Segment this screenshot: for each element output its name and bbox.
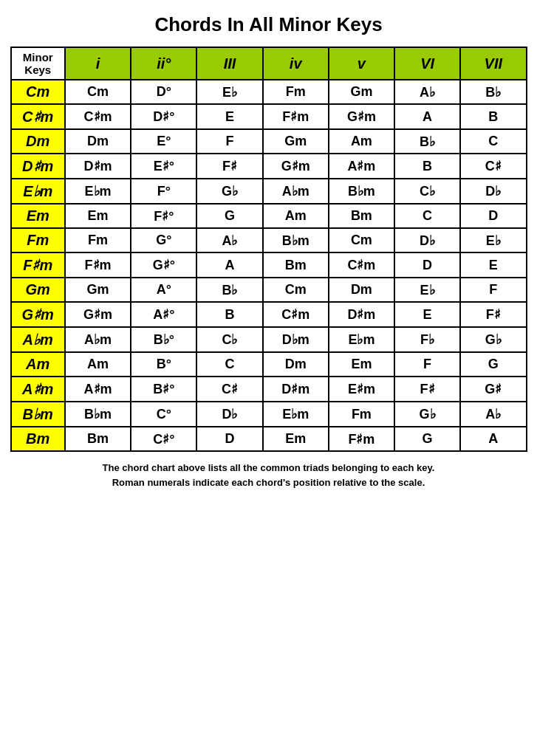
chord-cell: G <box>394 427 460 451</box>
footnote: The chord chart above lists all the comm… <box>103 461 435 489</box>
chord-cell: A♭m <box>263 179 329 204</box>
chord-cell: C♯ <box>460 154 526 179</box>
chord-cell: B♭° <box>131 327 196 352</box>
chord-cell: G♯m <box>329 104 394 129</box>
table-row: DmDmE°FGmAmB♭C <box>11 129 527 154</box>
chord-cell: E <box>196 104 262 129</box>
chord-cell: Fm <box>263 80 329 104</box>
chord-cell: Em <box>65 204 131 228</box>
chord-cell: E♭m <box>263 402 329 427</box>
chord-cell: D♭ <box>394 228 460 252</box>
chord-cell: F♯ <box>460 302 526 327</box>
chord-cell: A♭ <box>394 80 460 104</box>
chord-cell: Fm <box>65 228 131 252</box>
table-row: E♭mE♭mF°G♭A♭mB♭mC♭D♭ <box>11 179 527 204</box>
table-row: G♯mG♯mA♯°BC♯mD♯mEF♯ <box>11 302 527 327</box>
chord-cell: F♯m <box>329 427 394 451</box>
chord-cell: Fm <box>329 402 394 427</box>
chord-cell: F° <box>131 179 196 204</box>
chord-cell: D <box>196 427 262 451</box>
chord-cell: Dm <box>65 129 131 154</box>
chord-cell: D <box>460 204 526 228</box>
chord-cell: G♯° <box>131 252 196 278</box>
chord-cell: D° <box>131 80 196 104</box>
chord-cell: A <box>196 252 262 278</box>
chord-cell: Cm <box>329 228 394 252</box>
chord-cell: C♯m <box>65 104 131 129</box>
chord-cell: Gm <box>263 129 329 154</box>
chord-table: Minor Keys i ii° III iv v VI VII CmCmD°E… <box>10 47 527 452</box>
chord-cell: B♭ <box>394 129 460 154</box>
chord-cell: A <box>394 104 460 129</box>
key-cell: F♯m <box>11 252 65 278</box>
table-row: C♯mC♯mD♯°EF♯mG♯mAB <box>11 104 527 129</box>
footnote-line2: Roman numerals indicate each chord's pos… <box>112 477 425 488</box>
chord-cell: Gm <box>329 80 394 104</box>
chord-cell: B <box>394 154 460 179</box>
table-row: A♭mA♭mB♭°C♭D♭mE♭mF♭G♭ <box>11 327 527 352</box>
chord-cell: C <box>460 129 526 154</box>
key-cell: Em <box>11 204 65 228</box>
col-header-vi: VI <box>394 47 460 80</box>
chord-cell: B♭ <box>196 278 262 302</box>
chord-cell: Bm <box>65 427 131 451</box>
chord-cell: Bm <box>263 252 329 278</box>
table-row: AmAmB°CDmEmFG <box>11 352 527 377</box>
key-cell: G♯m <box>11 302 65 327</box>
chord-cell: G♭ <box>196 179 262 204</box>
chord-cell: B♭ <box>460 80 526 104</box>
chord-cell: G♯m <box>65 302 131 327</box>
chord-cell: Em <box>329 352 394 377</box>
chord-cell: B° <box>131 352 196 377</box>
chord-cell: F <box>196 129 262 154</box>
chord-cell: C♯m <box>263 302 329 327</box>
table-row: F♯mF♯mG♯°ABmC♯mDE <box>11 252 527 278</box>
chord-cell: Dm <box>263 352 329 377</box>
chord-cell: A♭ <box>196 228 262 252</box>
key-cell: A♭m <box>11 327 65 352</box>
table-row: BmBmC♯°DEmF♯mGA <box>11 427 527 451</box>
chord-cell: E <box>460 252 526 278</box>
chord-cell: F♯° <box>131 204 196 228</box>
chord-cell: B <box>460 104 526 129</box>
chord-cell: C♯° <box>131 427 196 451</box>
chord-cell: D♭ <box>460 179 526 204</box>
col-header-v: v <box>329 47 394 80</box>
key-cell: D♯m <box>11 154 65 179</box>
chord-cell: E♭ <box>394 278 460 302</box>
key-cell: Cm <box>11 80 65 104</box>
chord-cell: G° <box>131 228 196 252</box>
chord-cell: G♯m <box>263 154 329 179</box>
chord-cell: Am <box>65 352 131 377</box>
col-header-key: Minor Keys <box>11 47 65 80</box>
table-row: D♯mD♯mE♯°F♯G♯mA♯mBC♯ <box>11 154 527 179</box>
chord-cell: E° <box>131 129 196 154</box>
chord-cell: C <box>394 204 460 228</box>
page-title: Chords In All Minor Keys <box>154 13 382 36</box>
chord-cell: A♭ <box>460 402 526 427</box>
chord-cell: A♯° <box>131 302 196 327</box>
key-cell: Dm <box>11 129 65 154</box>
col-header-vii: VII <box>460 47 526 80</box>
chord-cell: G♭ <box>394 402 460 427</box>
key-cell: B♭m <box>11 402 65 427</box>
chord-cell: G <box>196 204 262 228</box>
chord-cell: D <box>394 252 460 278</box>
chord-cell: Bm <box>329 204 394 228</box>
col-header-iv: iv <box>263 47 329 80</box>
chord-cell: F♯ <box>196 154 262 179</box>
chord-cell: C♯ <box>196 377 262 402</box>
key-cell: Bm <box>11 427 65 451</box>
chord-cell: E♭m <box>329 327 394 352</box>
key-cell: Am <box>11 352 65 377</box>
chord-cell: D♭m <box>263 327 329 352</box>
table-row: FmFmG°A♭B♭mCmD♭E♭ <box>11 228 527 252</box>
chord-cell: Gm <box>65 278 131 302</box>
chord-cell: A° <box>131 278 196 302</box>
key-cell: Fm <box>11 228 65 252</box>
table-row: B♭mB♭mC°D♭E♭mFmG♭A♭ <box>11 402 527 427</box>
chord-cell: D♭ <box>196 402 262 427</box>
chord-cell: A♯m <box>329 154 394 179</box>
chord-cell: Cm <box>263 278 329 302</box>
chord-cell: B♯° <box>131 377 196 402</box>
